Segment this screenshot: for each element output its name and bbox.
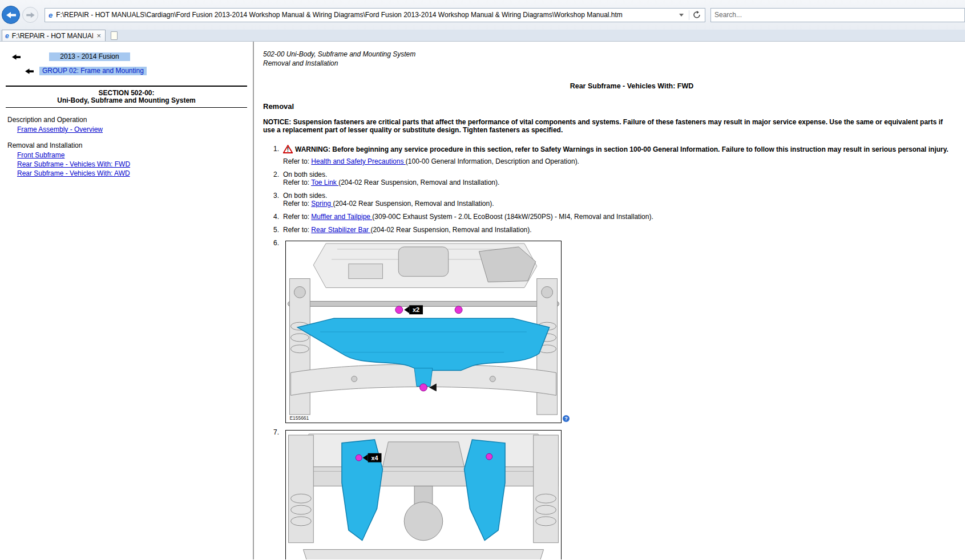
- link-health-safety-precautions[interactable]: Health and Safety Precautions: [311, 157, 405, 165]
- refresh-button[interactable]: [691, 11, 702, 19]
- back-level-arrow-icon[interactable]: [12, 54, 21, 60]
- refer-suffix: (204-02 Rear Suspension, Removal and Ins…: [370, 226, 531, 234]
- new-tab-icon: [111, 31, 118, 40]
- link-rear-subframe-awd[interactable]: Rear Subframe - Vehicles With: AWD: [17, 169, 130, 177]
- step-2: 2. On both sides. Refer to: Toe Link (20…: [273, 171, 965, 186]
- search-input[interactable]: [714, 11, 961, 19]
- address-dropdown-icon[interactable]: [679, 14, 684, 17]
- link-spring[interactable]: Spring: [311, 200, 333, 208]
- step-text: On both sides.: [283, 171, 965, 178]
- figure-6-image-code: E155661: [289, 415, 309, 421]
- step-number: 5.: [273, 226, 283, 234]
- toc-heading-description: Description and Operation: [7, 116, 253, 124]
- refer-line: Refer to: Toe Link (204-02 Rear Suspensi…: [283, 178, 965, 186]
- link-rear-subframe-fwd[interactable]: Rear Subframe - Vehicles With: FWD: [17, 160, 130, 168]
- toc-item-rear-subframe-fwd: Rear Subframe - Vehicles With: FWD: [17, 161, 253, 168]
- figure-help-icon[interactable]: ?: [563, 415, 570, 422]
- link-toe-link[interactable]: Toe Link: [311, 178, 338, 186]
- warning-line: ! WARNING: Before beginning any service …: [283, 145, 965, 153]
- toc-item-rear-subframe-awd: Rear Subframe - Vehicles With: AWD: [17, 170, 253, 177]
- link-rear-stabilizer-bar[interactable]: Rear Stabilizer Bar: [311, 226, 370, 234]
- refer-line: Refer to: Rear Stabilizer Bar (204-02 Re…: [283, 226, 965, 234]
- toc-heading-removal: Removal and Installation: [7, 141, 253, 150]
- content-frame: 502-00 Uni-Body, Subframe and Mounting S…: [254, 42, 965, 559]
- refer-suffix: (204-02 Rear Suspension, Removal and Ins…: [333, 200, 494, 208]
- toc-divider-top: [6, 86, 247, 87]
- step-6: 6.: [273, 239, 965, 423]
- refer-line: Refer to: Health and Safety Precautions …: [283, 157, 965, 165]
- notice-text-line1: NOTICE: Suspension fasteners are critica…: [263, 118, 965, 126]
- link-frame-assembly-overview[interactable]: Frame Assembly - Overview: [17, 125, 103, 133]
- toc-divider-bottom: [6, 107, 247, 108]
- tab-page-icon: e: [5, 32, 9, 40]
- search-box[interactable]: [710, 8, 965, 22]
- warning-text: WARNING: Before beginning any service pr…: [295, 145, 948, 153]
- toc-crumb-group-label[interactable]: GROUP 02: Frame and Mounting: [39, 67, 147, 75]
- procedure-steps: 1. ! WARNING: Before beginning any servi…: [263, 145, 965, 559]
- step-4: 4. Refer to: Muffler and Tailpipe (309-0…: [273, 213, 965, 221]
- ie-page-icon: e: [49, 11, 53, 19]
- step-number: 6.: [273, 239, 283, 423]
- toc-sidebar: 2013 - 2014 Fusion GROUP 02: Frame and M…: [0, 42, 253, 559]
- step-number: 2.: [273, 171, 283, 186]
- toc-section-name: Uni-Body, Subframe and Mounting System: [0, 97, 253, 104]
- warning-triangle-icon: !: [283, 145, 293, 153]
- address-bar[interactable]: e F:\REPAIR - HOT MANUALS\Cardiagn\Ford …: [45, 8, 705, 22]
- address-separator: [689, 10, 689, 20]
- tab-title: F:\REPAIR - HOT MANUALS...: [12, 32, 94, 40]
- figure-7-container: x4: [285, 430, 571, 559]
- doc-breadcrumb-section: 502-00 Uni-Body, Subframe and Mounting S…: [263, 50, 965, 59]
- step-text: On both sides.: [283, 192, 965, 200]
- refer-suffix: (100-00 General Information, Description…: [406, 157, 579, 165]
- refer-line: Refer to: Muffler and Tailpipe (309-00C …: [283, 213, 965, 221]
- toc-item-frame-assembly: Frame Assembly - Overview: [17, 126, 253, 133]
- back-button[interactable]: [2, 6, 20, 24]
- figure-7-quantity-badge: x4: [372, 455, 378, 461]
- forward-arrow-icon: [26, 12, 35, 18]
- refer-suffix: (204-02 Rear Suspension, Removal and Ins…: [338, 178, 499, 186]
- browser-toolbar: e F:\REPAIR - HOT MANUALS\Cardiagn\Ford …: [0, 0, 965, 30]
- tab-close-icon[interactable]: ×: [95, 31, 102, 40]
- forward-button[interactable]: [22, 7, 38, 23]
- step-number: 1.: [273, 145, 283, 165]
- step-5: 5. Refer to: Rear Stabilizer Bar (204-02…: [273, 226, 965, 234]
- refer-prefix: Refer to:: [283, 213, 311, 221]
- step-3: 3. On both sides. Refer to: Spring (204-…: [273, 192, 965, 208]
- toc-crumb-group: GROUP 02: Frame and Mounting: [0, 67, 253, 75]
- step-number: 7.: [273, 428, 283, 559]
- notice-text-line2: use a replacement part of lesser quality…: [263, 126, 965, 134]
- link-front-subframe[interactable]: Front Subframe: [17, 151, 64, 159]
- toc-section-title: SECTION 502-00: Uni-Body, Subframe and M…: [0, 90, 253, 104]
- tab-workshop-manual[interactable]: e F:\REPAIR - HOT MANUALS... ×: [2, 30, 106, 41]
- doc-breadcrumb-type: Removal and Installation: [263, 59, 965, 68]
- back-level-arrow-icon[interactable]: [25, 68, 34, 75]
- figure-6-subframe-heat-shield-illustration: x2 E155661: [285, 241, 562, 423]
- svg-text:!: !: [287, 147, 289, 153]
- back-arrow-icon: [6, 11, 16, 19]
- page-frameset: 2013 - 2014 Fusion GROUP 02: Frame and M…: [0, 42, 965, 559]
- step-number: 4.: [273, 213, 283, 221]
- figure-7-rear-knuckle-illustration: x4: [285, 430, 562, 559]
- tab-bar: e F:\REPAIR - HOT MANUALS... ×: [0, 30, 965, 42]
- figure-6-quantity-badge: x2: [413, 306, 419, 313]
- page-title: Rear Subframe - Vehicles With: FWD: [263, 82, 965, 90]
- toc-crumb-model-label[interactable]: 2013 - 2014 Fusion: [49, 52, 130, 61]
- removal-heading: Removal: [263, 102, 965, 111]
- step-1: 1. ! WARNING: Before beginning any servi…: [273, 145, 965, 165]
- toc-crumb-model: 2013 - 2014 Fusion: [0, 52, 253, 61]
- refer-prefix: Refer to:: [283, 200, 311, 208]
- refer-prefix: Refer to:: [283, 226, 311, 234]
- link-muffler-and-tailpipe[interactable]: Muffler and Tailpipe: [311, 213, 372, 221]
- figure-6-container: x2 E155661 ?: [285, 241, 571, 423]
- toc-item-front-subframe: Front Subframe: [17, 152, 253, 159]
- address-text[interactable]: F:\REPAIR - HOT MANUALS\Cardiagn\Ford Fu…: [56, 11, 676, 19]
- step-number: 3.: [273, 192, 283, 208]
- step-7: 7.: [273, 428, 965, 559]
- refer-line: Refer to: Spring (204-02 Rear Suspension…: [283, 200, 965, 208]
- refresh-icon: [693, 11, 701, 19]
- new-tab-button[interactable]: [107, 30, 121, 41]
- refer-suffix: (309-00C Exhaust System - 2.0L EcoBoost …: [372, 213, 653, 221]
- refer-prefix: Refer to:: [283, 178, 311, 186]
- refer-prefix: Refer to:: [283, 157, 311, 165]
